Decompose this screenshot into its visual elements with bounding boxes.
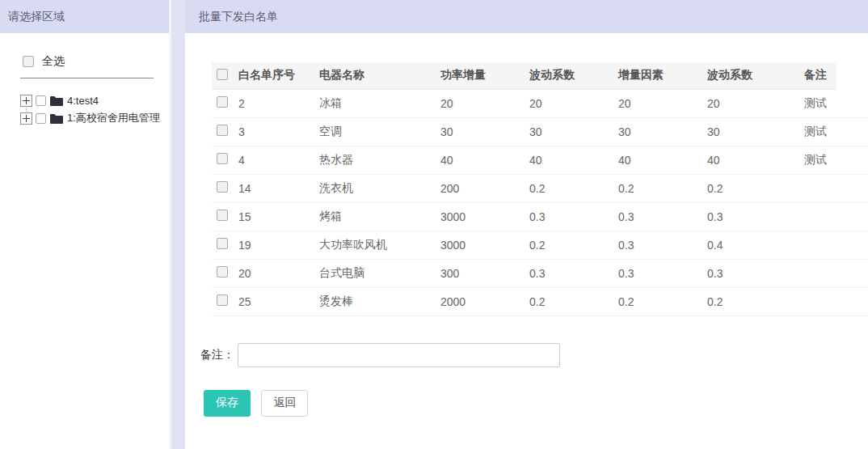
row-checkbox-cell xyxy=(212,259,238,287)
whitelist-table: 白名单序号 电器名称 功率增量 波动系数 增量因素 波动系数 备注 2冰箱202… xyxy=(212,62,868,316)
tree-node-checkbox[interactable] xyxy=(36,95,46,106)
row-checkbox[interactable] xyxy=(217,294,228,306)
table-cell: 3000 xyxy=(440,231,529,259)
table-cell: 20 xyxy=(707,89,804,117)
table-cell: 30 xyxy=(529,117,618,146)
table-cell: 40 xyxy=(618,146,707,174)
row-checkbox-cell xyxy=(212,202,238,231)
save-button[interactable]: 保存 xyxy=(204,390,251,417)
tree-item-label[interactable]: 1:高校宿舍用电管理 xyxy=(67,111,160,125)
row-checkbox[interactable] xyxy=(217,96,228,108)
column-header-fluctuation-1: 波动系数 xyxy=(529,62,618,89)
table-cell: 大功率吹风机 xyxy=(319,231,440,259)
back-button[interactable]: 返回 xyxy=(261,390,308,417)
row-checkbox-cell xyxy=(212,231,238,259)
row-checkbox-cell xyxy=(212,89,238,117)
region-tree: 4:test4 1:高校宿舍用电管理 xyxy=(0,91,169,127)
table-cell: 300 xyxy=(440,259,529,287)
table-cell: 3 xyxy=(238,117,319,146)
whitelist-panel: 批量下发白名单 白名单序号 电器名称 功率增量 波动系数 增量因素 波动系数 备… xyxy=(185,0,868,449)
table-row: 25烫发棒20000.20.20.2 xyxy=(212,287,868,316)
table-cell: 空调 xyxy=(319,117,440,146)
table-cell: 烤箱 xyxy=(319,202,440,231)
column-header-appliance: 电器名称 xyxy=(319,62,440,89)
row-checkbox[interactable] xyxy=(217,181,228,193)
table-row: 19大功率吹风机30000.20.30.4 xyxy=(212,231,868,259)
region-panel: 请选择区域 全选 4:test4 1:高校宿舍用电管理 xyxy=(0,0,171,449)
table-cell: 0.2 xyxy=(707,287,804,316)
whitelist-table-body: 2冰箱20202020测试3空调30303030测试4热水器40404040测试… xyxy=(212,89,868,316)
row-checkbox-cell xyxy=(212,117,238,146)
table-row: 3空调30303030测试 xyxy=(212,117,868,146)
table-cell: 0.2 xyxy=(618,287,707,316)
row-checkbox[interactable] xyxy=(217,153,228,164)
table-cell: 0.3 xyxy=(529,202,618,231)
table-cell: 200 xyxy=(440,174,529,202)
table-cell xyxy=(804,287,836,316)
table-cell: 0.2 xyxy=(618,174,707,202)
table-header-row: 白名单序号 电器名称 功率增量 波动系数 增量因素 波动系数 备注 xyxy=(212,62,868,89)
table-cell xyxy=(804,259,836,287)
table-cell: 台式电脑 xyxy=(319,259,440,287)
table-cell: 0.3 xyxy=(618,231,707,259)
select-all-row[interactable]: 全选 xyxy=(0,54,169,69)
folder-icon xyxy=(50,95,63,106)
column-header-increment-factor: 增量因素 xyxy=(618,62,707,89)
column-header-remark: 备注 xyxy=(804,62,836,89)
table-cell: 19 xyxy=(238,231,319,259)
tree-node-checkbox[interactable] xyxy=(36,113,46,124)
table-cell: 14 xyxy=(238,174,319,202)
column-header-serial: 白名单序号 xyxy=(238,62,319,89)
table-cell: 0.3 xyxy=(618,259,707,287)
expand-plus-icon[interactable] xyxy=(20,95,32,107)
table-row: 4热水器40404040测试 xyxy=(212,146,868,174)
table-cell: 0.3 xyxy=(618,202,707,231)
tree-item-dorm-power[interactable]: 1:高校宿舍用电管理 xyxy=(20,109,169,127)
table-cell: 3000 xyxy=(440,202,529,231)
remark-label: 备注： xyxy=(200,348,234,362)
page-title: 批量下发白名单 xyxy=(185,0,868,33)
table-cell xyxy=(804,174,836,202)
table-cell: 烫发棒 xyxy=(319,287,440,316)
table-cell: 测试 xyxy=(804,117,836,146)
select-all-checkbox[interactable] xyxy=(23,56,34,67)
table-cell: 0.2 xyxy=(707,174,804,202)
column-header-power-increment: 功率增量 xyxy=(440,62,529,89)
table-cell: 2000 xyxy=(440,287,529,316)
row-checkbox-cell xyxy=(212,174,238,202)
table-cell xyxy=(804,231,836,259)
folder-icon xyxy=(50,113,63,124)
region-panel-title: 请选择区域 xyxy=(0,0,169,33)
table-cell: 15 xyxy=(238,202,319,231)
table-cell: 25 xyxy=(238,287,319,316)
table-cell: 30 xyxy=(618,117,707,146)
row-checkbox[interactable] xyxy=(217,266,228,277)
table-cell: 0.4 xyxy=(707,231,804,259)
expand-plus-icon[interactable] xyxy=(20,112,32,125)
remark-input[interactable] xyxy=(238,343,560,367)
table-cell: 冰箱 xyxy=(319,89,440,117)
table-cell: 2 xyxy=(238,89,319,117)
table-cell: 测试 xyxy=(804,146,836,174)
row-checkbox[interactable] xyxy=(217,238,228,249)
table-cell: 20 xyxy=(238,259,319,287)
table-cell: 40 xyxy=(529,146,618,174)
table-row: 2冰箱20202020测试 xyxy=(212,89,868,117)
table-cell: 0.3 xyxy=(707,202,804,231)
table-row: 20台式电脑3000.30.30.3 xyxy=(212,259,868,287)
row-checkbox[interactable] xyxy=(217,210,228,221)
row-checkbox[interactable] xyxy=(217,125,228,136)
header-select-all-checkbox[interactable] xyxy=(217,69,228,80)
column-header-fluctuation-2: 波动系数 xyxy=(707,62,804,89)
table-cell: 40 xyxy=(707,146,804,174)
table-cell: 0.3 xyxy=(529,259,618,287)
table-cell: 0.3 xyxy=(707,259,804,287)
table-cell: 0.2 xyxy=(529,231,618,259)
table-cell xyxy=(804,202,836,231)
table-cell: 4 xyxy=(238,146,319,174)
tree-item-test4[interactable]: 4:test4 xyxy=(20,91,169,109)
tree-item-label[interactable]: 4:test4 xyxy=(67,95,99,107)
remark-row: 备注： xyxy=(200,343,868,367)
table-row: 14洗衣机2000.20.20.2 xyxy=(212,174,868,202)
divider xyxy=(20,78,154,78)
